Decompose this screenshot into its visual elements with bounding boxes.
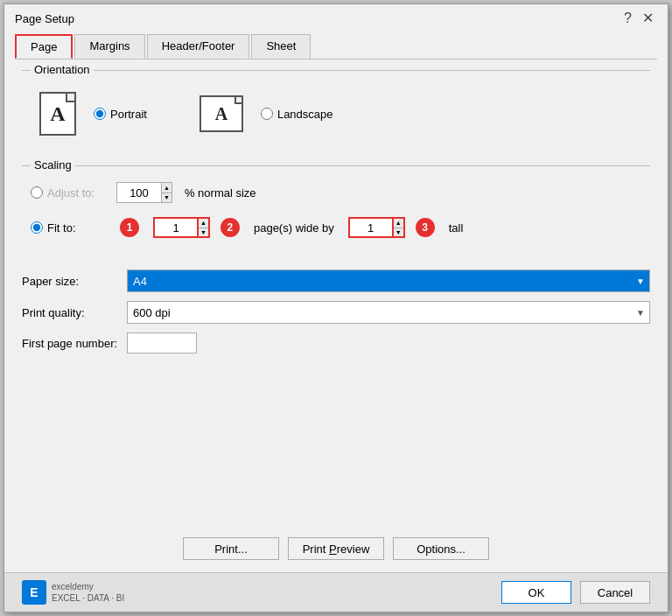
ok-button[interactable]: OK xyxy=(501,581,571,604)
scaling-section: Scaling Adjust to: ▲ ▼ % normal size xyxy=(22,165,650,257)
print-preview-button[interactable]: Print Preview xyxy=(288,537,384,560)
landscape-label: Landscape xyxy=(277,108,333,121)
tab-margins[interactable]: Margins xyxy=(74,34,144,59)
adjust-down-btn[interactable]: ▼ xyxy=(162,193,172,203)
brand-name: exceldemy EXCEL · DATA · BI xyxy=(52,581,124,604)
fit-tall-input[interactable] xyxy=(348,217,394,238)
fit-label: Fit to: xyxy=(47,221,76,234)
action-buttons: Print... Print Preview Options... xyxy=(4,537,668,560)
fit-row: Fit to: 1 ▲ ▼ 2 page(s) wide by xyxy=(31,214,641,242)
adjust-spinner: ▲ ▼ xyxy=(162,182,172,203)
fit-wide-group: ▲ ▼ xyxy=(153,217,210,238)
portrait-radio[interactable] xyxy=(94,108,106,120)
orientation-title: Orientation xyxy=(31,63,94,76)
orientation-options: A Portrait A Landscape xyxy=(31,83,641,144)
title-bar: Page Setup ? ✕ xyxy=(4,4,668,29)
ok-cancel-bar: E exceldemy EXCEL · DATA · BI OK Cancel xyxy=(4,572,668,612)
fit-tall-spinner: ▲ ▼ xyxy=(394,217,405,238)
tab-sheet[interactable]: Sheet xyxy=(251,34,311,59)
orientation-section: Orientation A Portrait A xyxy=(22,70,650,153)
main-content: Orientation A Portrait A xyxy=(4,60,668,537)
adjust-row: Adjust to: ▲ ▼ % normal size xyxy=(31,178,641,206)
print-quality-wrapper: 600 dpi 300 dpi 150 dpi ▼ xyxy=(127,301,650,324)
fit-tall-down-btn[interactable]: ▼ xyxy=(394,228,403,237)
landscape-radio[interactable] xyxy=(261,108,273,120)
badge-2: 2 xyxy=(220,218,240,237)
adjust-label: Adjust to: xyxy=(47,186,94,200)
page-setup-dialog: Page Setup ? ✕ Page Margins Header/Foote… xyxy=(4,4,668,612)
tab-header-footer[interactable]: Header/Footer xyxy=(147,34,250,59)
adjust-input-group: ▲ ▼ xyxy=(116,182,172,203)
fit-option[interactable]: Fit to: xyxy=(31,221,109,234)
fit-wide-suffix: page(s) wide by xyxy=(254,221,334,234)
print-preview-label: Print Preview xyxy=(303,542,370,556)
dialog-title: Page Setup xyxy=(15,12,74,25)
brand-area: E exceldemy EXCEL · DATA · BI xyxy=(22,580,124,605)
brand-logo: E xyxy=(22,580,46,605)
portrait-label: Portrait xyxy=(110,108,147,121)
paper-size-label: Paper size: xyxy=(22,275,127,288)
cancel-button[interactable]: Cancel xyxy=(580,581,650,604)
fit-wide-up-btn[interactable]: ▲ xyxy=(199,219,208,228)
title-buttons: ? ✕ xyxy=(620,11,657,25)
first-page-row: First page number: Auto xyxy=(22,332,650,354)
print-quality-row: Print quality: 600 dpi 300 dpi 150 dpi ▼ xyxy=(22,301,650,324)
tab-bar: Page Margins Header/Footer Sheet xyxy=(4,29,668,59)
options-button[interactable]: Options... xyxy=(393,537,489,560)
badge-1: 1 xyxy=(120,218,139,237)
scaling-title: Scaling xyxy=(31,158,75,172)
print-button[interactable]: Print... xyxy=(183,537,279,560)
fit-wide-down-btn[interactable]: ▼ xyxy=(199,228,208,237)
fit-tall-suffix: tall xyxy=(449,221,464,234)
portrait-option[interactable]: Portrait xyxy=(94,108,147,121)
adjust-suffix: % normal size xyxy=(185,186,256,200)
portrait-icon: A xyxy=(39,92,76,136)
paper-size-select[interactable]: A4 Letter Legal A3 A5 xyxy=(127,270,650,292)
print-quality-label: Print quality: xyxy=(22,306,127,319)
adjust-value-input[interactable] xyxy=(116,182,162,203)
paper-size-row: Paper size: A4 Letter Legal A3 A5 ▼ xyxy=(22,270,650,292)
badge-3: 3 xyxy=(416,218,435,237)
tab-page[interactable]: Page xyxy=(15,34,73,59)
adjust-up-btn[interactable]: ▲ xyxy=(162,183,172,193)
fit-tall-group: ▲ ▼ xyxy=(348,217,405,238)
fit-wide-spinner: ▲ ▼ xyxy=(199,217,210,238)
first-page-input[interactable]: Auto xyxy=(127,332,197,354)
fit-radio[interactable] xyxy=(31,221,43,234)
fit-tall-up-btn[interactable]: ▲ xyxy=(394,219,403,228)
adjust-option[interactable]: Adjust to: xyxy=(31,186,109,200)
adjust-radio[interactable] xyxy=(31,186,43,199)
landscape-icon: A xyxy=(200,95,243,132)
fit-wide-input[interactable] xyxy=(153,217,199,238)
close-button[interactable]: ✕ xyxy=(639,11,657,25)
landscape-option[interactable]: Landscape xyxy=(261,108,333,121)
paper-size-wrapper: A4 Letter Legal A3 A5 ▼ xyxy=(127,270,650,292)
first-page-label: First page number: xyxy=(22,337,127,350)
help-button[interactable]: ? xyxy=(620,11,635,25)
print-quality-select[interactable]: 600 dpi 300 dpi 150 dpi xyxy=(127,301,650,324)
